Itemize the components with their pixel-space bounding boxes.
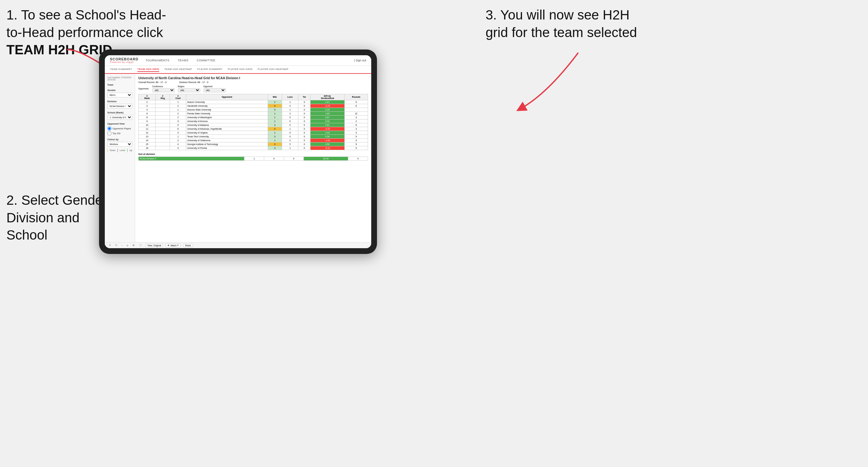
h2h-table: #Rank #Reg #Conf Opponent Win Loss Tie D…	[138, 94, 368, 150]
eye-icon: 👁	[167, 244, 169, 247]
annotation-top-right: 3. You will now see H2H grid for the tea…	[486, 6, 637, 41]
share-button[interactable]: Share	[183, 244, 193, 247]
table-row: 116University of Arkansas, Fayetteville0…	[138, 127, 368, 131]
nav-tournaments[interactable]: TOURNAMENTS	[144, 58, 170, 63]
table-row: 154Georgia Institute of Technology0504.5…	[138, 142, 368, 146]
col-loss: Loss	[282, 94, 299, 100]
table-row: 131Texas Tech University3005.569	[138, 134, 368, 138]
table-row: 32Vanderbilt University040-2.298	[138, 104, 368, 107]
opponents-filter-label: Opponents:	[138, 88, 149, 90]
conference-select[interactable]: (All)	[152, 88, 175, 92]
gender-label: Gender	[107, 89, 132, 92]
opponent-view-options: Opponents Played Top 100	[107, 126, 132, 135]
main-content: Last Updated: 27/03/2024 16:55:38 Team G…	[105, 74, 371, 242]
team-label: Team	[107, 83, 132, 86]
sub-nav-team-summary[interactable]: TEAM SUMMARY	[110, 67, 132, 72]
paste-button[interactable]: ⊞	[132, 244, 135, 247]
col-opponent: Opponent	[186, 94, 268, 100]
opponent-select[interactable]: (All)	[204, 88, 226, 92]
out-of-division-table: NCAA Division II 1 0 0 26.00 3	[138, 157, 368, 161]
opponent-filter: Opponent (All)	[204, 85, 226, 92]
division-label: Division	[107, 100, 132, 103]
clock-button[interactable]: 🕐	[138, 244, 143, 247]
nav-committee[interactable]: COMMITTEE	[195, 58, 217, 63]
colour-select[interactable]: Win/loss	[107, 142, 132, 147]
sign-out-button[interactable]: | Sign out	[354, 59, 366, 62]
gender-select[interactable]: Men's	[107, 93, 132, 97]
filter-row: Opponents: Conference (All) Region (All)	[138, 85, 368, 92]
bottom-bar: ↺ ↻ ‹ ⎘ ⊞ 🕐 View: Original 👁 Watch ▾ Sha…	[105, 242, 371, 248]
col-rounds: Rounds	[344, 94, 368, 100]
logo: SCOREBOARD Powered by clippd	[110, 57, 138, 64]
out-of-division: Out of division NCAA Division II 1 0 0 2…	[138, 153, 368, 161]
opponent-view-label: Opponent View	[107, 122, 132, 125]
colour-label: Colour by	[107, 138, 132, 141]
radio-top100[interactable]: Top 100	[107, 131, 132, 135]
school-label: School (Rank)	[107, 111, 132, 114]
grid-area: University of North Carolina Head-to-Hea…	[135, 74, 371, 242]
table-row: 41Arizona State University5102.29	[138, 107, 368, 112]
nav-bar: SCOREBOARD Powered by clippd TOURNAMENTS…	[105, 55, 371, 66]
table-row: 21Auburn University2101.679	[138, 100, 368, 104]
tablet-device: SCOREBOARD Powered by clippd TOURNAMENTS…	[99, 50, 377, 254]
sub-nav: TEAM SUMMARY TEAM H2H GRID TEAM H2H HEAT…	[105, 66, 371, 74]
table-row: 142University of Oklahoma120-1.009	[138, 138, 368, 142]
out-of-division-row: NCAA Division II 1 0 0 26.00 3	[138, 157, 368, 160]
sidebar: Last Updated: 27/03/2024 16:55:38 Team G…	[105, 74, 135, 242]
ood-win: 1	[244, 157, 264, 160]
sub-nav-player-summary[interactable]: PLAYER SUMMARY	[197, 67, 223, 72]
sub-nav-team-h2h-heatmap[interactable]: TEAM H2H HEATMAP	[164, 67, 192, 72]
table-row: 163University of Florida310-6.429	[138, 146, 368, 150]
annotation-bottom-left: 2. Select Gender, Division and School	[6, 192, 110, 244]
col-diff: Diff AvStrokes/Rnd	[310, 94, 344, 100]
col-conf: #Conf	[170, 94, 186, 100]
undo-button[interactable]: ↺	[108, 244, 112, 247]
arrow-2	[489, 50, 585, 114]
ood-loss: 0	[264, 157, 284, 160]
ood-rounds: 3	[348, 157, 368, 160]
color-down	[107, 149, 108, 152]
copy-button[interactable]: ⎘	[126, 244, 129, 247]
school-select[interactable]: 1. University of Nort...	[107, 115, 132, 120]
region-filter: Region (All)	[178, 85, 200, 92]
ood-tie: 0	[284, 157, 304, 160]
col-tie: Tie	[299, 94, 311, 100]
ood-diff: 26.00	[304, 157, 348, 160]
col-reg: #Reg	[156, 94, 170, 100]
conference-filter: Conference (All)	[152, 85, 175, 92]
redo-button[interactable]: ↻	[114, 244, 118, 247]
table-row: 105University of Alabama3002.618	[138, 123, 368, 127]
table-row: 82University of Washington1003.673	[138, 115, 368, 119]
ood-label: NCAA Division II	[138, 157, 244, 160]
region-select[interactable]: (All)	[178, 88, 200, 92]
color-legend: Down Level Up	[107, 149, 132, 152]
tablet-screen: SCOREBOARD Powered by clippd TOURNAMENTS…	[105, 55, 371, 248]
table-row: 123University of Virginia1002.333	[138, 131, 368, 134]
last-updated: Last Updated: 27/03/2024 16:55:38	[107, 76, 132, 81]
sub-nav-player-h2h-heatmap[interactable]: PLAYER H2H HEATMAP	[257, 67, 288, 72]
nav-teams[interactable]: TEAMS	[176, 58, 190, 63]
watch-button[interactable]: 👁 Watch ▾	[165, 243, 181, 247]
table-row: 62Florida State University1201.8312	[138, 112, 368, 115]
grid-title: University of North Carolina Head-to-Hea…	[138, 76, 368, 80]
back-button[interactable]: ‹	[121, 244, 123, 247]
sub-nav-player-h2h-grid[interactable]: PLAYER H2H GRID	[228, 67, 252, 72]
view-original-button[interactable]: View: Original	[145, 244, 163, 247]
sub-nav-team-h2h-grid[interactable]: TEAM H2H GRID	[137, 67, 159, 72]
color-level	[117, 149, 118, 152]
radio-opponents-played[interactable]: Opponents Played	[107, 126, 132, 131]
col-win: Win	[268, 94, 282, 100]
division-select[interactable]: NCAA Division I	[107, 104, 132, 108]
table-row: 93University of Arizona1009.002	[138, 119, 368, 123]
record-row: Overall Record: 89 - 17 - 0 Division Rec…	[138, 81, 368, 84]
col-rank: #Rank	[138, 94, 156, 100]
color-up	[127, 149, 127, 152]
